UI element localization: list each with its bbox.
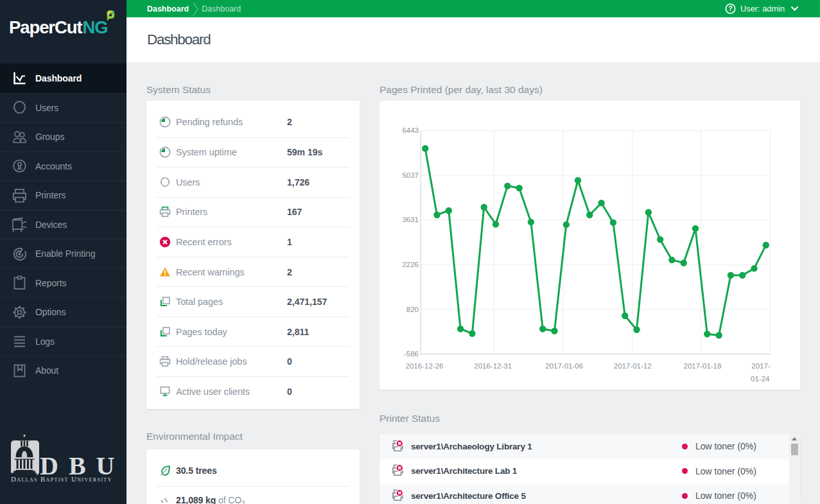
svg-text:2017-01-18: 2017-01-18 [684,362,722,370]
svg-text:2016-12-26: 2016-12-26 [406,362,444,370]
svg-text:2226: 2226 [402,261,419,268]
svg-text:5037: 5037 [402,171,419,179]
svg-text:?: ? [728,5,732,12]
svg-text:6443: 6443 [402,126,419,134]
svg-text:3631: 3631 [402,216,419,223]
svg-text:2017-: 2017- [751,362,771,370]
svg-text:2017-01-06: 2017-01-06 [545,362,583,370]
svg-text:2017-01-12: 2017-01-12 [614,362,652,370]
svg-text:-586: -586 [404,350,419,358]
svg-text:01-24: 01-24 [751,375,770,383]
svg-text:Dallas Baptist University: Dallas Baptist University [11,475,112,483]
svg-text:820: 820 [406,306,419,313]
svg-text:2016-12-31: 2016-12-31 [474,362,512,370]
